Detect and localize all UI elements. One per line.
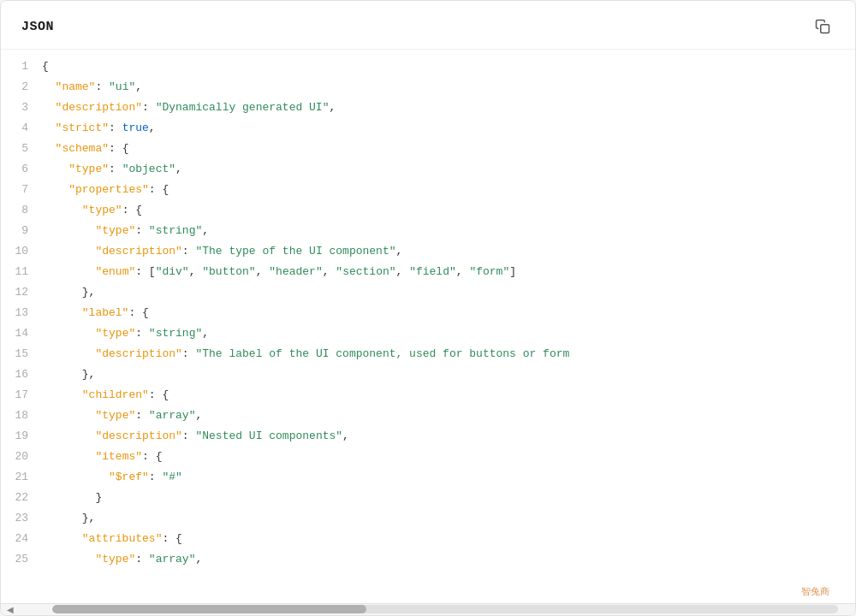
line-number: 1 [1, 56, 42, 77]
line-number: 19 [1, 426, 42, 447]
line-number: 12 [1, 282, 42, 303]
table-row: 2 "name": "ui", [1, 77, 855, 98]
table-row: 10 "description": "The type of the UI co… [1, 241, 855, 262]
panel-title: JSON [21, 20, 54, 34]
table-row: 18 "type": "array", [1, 406, 855, 426]
table-row: 20 "items": { [1, 447, 855, 467]
table-row: 11 "enum": ["div", "button", "header", "… [1, 262, 855, 282]
table-row: 6 "type": "object", [1, 159, 855, 180]
line-content: "description": "Dynamically generated UI… [42, 98, 841, 118]
line-content: "strict": true, [42, 118, 841, 139]
horizontal-scrollbar-thumb [52, 605, 366, 613]
line-number: 24 [1, 529, 42, 549]
line-content: "type": "string", [42, 323, 841, 344]
line-content: "enum": ["div", "button", "header", "sec… [42, 262, 841, 282]
table-row: 24 "attributes": { [1, 529, 855, 549]
table-row: 25 "type": "array", [1, 549, 855, 570]
table-row: 23 }, [1, 508, 855, 529]
line-content: } [42, 488, 841, 508]
table-row: 16 }, [1, 364, 855, 385]
table-row: 19 "description": "Nested UI components"… [1, 426, 855, 447]
line-content: "attributes": { [42, 529, 841, 549]
line-number: 8 [1, 200, 42, 221]
line-content: "description": "The type of the UI compo… [42, 241, 841, 262]
line-content: "schema": { [42, 139, 841, 159]
table-row: 17 "children": { [1, 385, 855, 406]
line-number: 9 [1, 221, 42, 241]
line-content: "type": "string", [42, 221, 841, 241]
line-number: 10 [1, 241, 42, 262]
line-number: 15 [1, 344, 42, 364]
line-content: "name": "ui", [42, 77, 841, 98]
line-number: 21 [1, 467, 42, 488]
line-number: 16 [1, 364, 42, 385]
line-number: 7 [1, 180, 42, 200]
line-content: "label": { [42, 303, 841, 323]
line-number: 23 [1, 508, 42, 529]
line-content: "type": "object", [42, 159, 841, 180]
horizontal-scrollbar-container: ◀ [1, 603, 855, 615]
line-number: 18 [1, 406, 42, 426]
scroll-left-arrow[interactable]: ◀ [4, 605, 16, 613]
table-row: 4 "strict": true, [1, 118, 855, 139]
line-content: "$ref": "#" [42, 467, 841, 488]
line-content: "properties": { [42, 180, 841, 200]
line-content: "type": "array", [42, 406, 841, 426]
line-content: }, [42, 508, 841, 529]
line-content: "description": "The label of the UI comp… [42, 344, 841, 364]
table-row: 3 "description": "Dynamically generated … [1, 98, 855, 118]
line-content: "type": { [42, 200, 841, 221]
line-content: "description": "Nested UI components", [42, 426, 841, 447]
line-number: 20 [1, 447, 42, 467]
line-number: 14 [1, 323, 42, 344]
table-row: 7 "properties": { [1, 180, 855, 200]
line-number: 22 [1, 488, 42, 508]
line-number: 17 [1, 385, 42, 406]
horizontal-scrollbar[interactable] [52, 605, 838, 613]
line-number: 6 [1, 159, 42, 180]
json-viewer-container: JSON 1{2 "name": "ui",3 "description": "… [0, 0, 856, 616]
line-number: 2 [1, 77, 42, 98]
table-row: 15 "description": "The label of the UI c… [1, 344, 855, 364]
table-row: 14 "type": "string", [1, 323, 855, 344]
line-content: }, [42, 282, 841, 303]
line-content: "type": "array", [42, 549, 841, 570]
table-row: 21 "$ref": "#" [1, 467, 855, 488]
line-number: 11 [1, 262, 42, 282]
line-content: "children": { [42, 385, 841, 406]
copy-icon [815, 19, 830, 34]
line-number: 5 [1, 139, 42, 159]
line-content: }, [42, 364, 841, 385]
copy-button[interactable] [811, 15, 835, 38]
table-row: 12 }, [1, 282, 855, 303]
table-row: 1{ [1, 56, 855, 77]
table-row: 9 "type": "string", [1, 221, 855, 241]
line-number: 3 [1, 98, 42, 118]
svg-rect-0 [821, 25, 829, 33]
code-area[interactable]: 1{2 "name": "ui",3 "description": "Dynam… [1, 50, 855, 603]
table-row: 5 "schema": { [1, 139, 855, 159]
line-number: 25 [1, 549, 42, 570]
watermark: 智兔商 [801, 585, 829, 598]
panel-header: JSON [1, 1, 855, 50]
line-content: "items": { [42, 447, 841, 467]
line-content: { [42, 56, 841, 77]
table-row: 8 "type": { [1, 200, 855, 221]
line-number: 13 [1, 303, 42, 323]
table-row: 13 "label": { [1, 303, 855, 323]
line-number: 4 [1, 118, 42, 139]
table-row: 22 } [1, 488, 855, 508]
